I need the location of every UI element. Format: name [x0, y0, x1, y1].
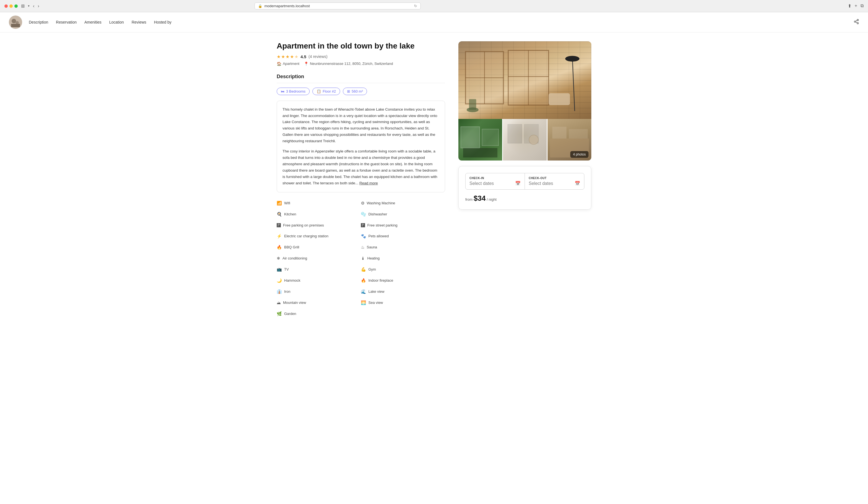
dishwasher-icon: 🫧: [361, 212, 366, 217]
tag-floor-label: Floor #2: [323, 89, 336, 93]
main-photo[interactable]: [458, 41, 591, 119]
amenity-washing-machine-label: Washing Machine: [367, 201, 395, 205]
svg-rect-20: [461, 127, 480, 148]
sea-view-icon: 🌅: [361, 300, 366, 305]
thumbnail-3[interactable]: 4 photos: [548, 119, 591, 161]
gym-icon: 💪: [361, 267, 366, 272]
thumbnail-2[interactable]: [503, 119, 547, 161]
amenity-lake-view-label: Lake view: [368, 290, 384, 294]
nav-link-location[interactable]: Location: [109, 20, 124, 24]
checkin-calendar-icon[interactable]: 📅: [515, 181, 521, 186]
property-address: 📍 Neunbrunnenstrasse 112, 8050, Zürich, …: [304, 62, 393, 66]
minimize-button[interactable]: [9, 4, 13, 8]
read-more-link[interactable]: Read more: [359, 181, 378, 185]
nav-link-hosted-by[interactable]: Hosted by: [154, 20, 172, 24]
tag-bedrooms: 🛏 3 Bedrooms: [277, 88, 310, 95]
nav-link-reviews[interactable]: Reviews: [132, 20, 146, 24]
nav-links: Description Reservation Amenities Locati…: [29, 20, 172, 24]
nav-link-reservation[interactable]: Reservation: [56, 20, 77, 24]
iron-icon: 👔: [277, 289, 282, 294]
amenity-heating-label: Heating: [367, 256, 380, 260]
maximize-button[interactable]: [14, 4, 18, 8]
hammock-icon: 🌙: [277, 278, 282, 283]
description-section-title: Description: [277, 74, 445, 83]
chevron-down-icon[interactable]: ▾: [28, 4, 30, 8]
photo-count-badge[interactable]: 4 photos: [570, 151, 589, 158]
svg-rect-3: [11, 24, 20, 27]
booking-card: CHECK-IN Select dates 📅 CHECK-OUT Select…: [458, 166, 591, 210]
kitchen-icon: 🍳: [277, 212, 282, 217]
thumb-2-decor: [503, 119, 547, 161]
url-text: modernapartments.localhost: [265, 4, 310, 8]
thumbnail-1[interactable]: [458, 119, 502, 161]
star-half: ★: [294, 54, 298, 59]
wifi-icon: 📶: [277, 201, 282, 206]
browser-actions: ⬆ + ⧉: [848, 3, 864, 9]
amenity-washing-machine: ⚙ Washing Machine: [361, 199, 445, 208]
checkout-calendar-icon[interactable]: 📅: [575, 181, 580, 186]
washing-machine-icon: ⚙: [361, 201, 364, 206]
amenity-free-parking: 🅿 Free parking on premises: [277, 221, 361, 229]
amenity-lake-view: 🌊 Lake view: [361, 288, 445, 296]
svg-rect-17: [549, 93, 570, 105]
tabs-icon[interactable]: ⧉: [860, 3, 864, 9]
svg-rect-27: [552, 127, 566, 139]
parking-icon: 🅿: [277, 223, 281, 228]
price-from-text: from: [465, 198, 473, 202]
svg-line-15: [572, 56, 575, 111]
photo-decoration: [458, 41, 591, 119]
sidebar-toggle-button[interactable]: ⊞: [21, 3, 25, 9]
nav-link-amenities[interactable]: Amenities: [84, 20, 101, 24]
meta-row: 🏠 Apartment 📍 Neunbrunnenstrasse 112, 80…: [277, 62, 445, 66]
checkin-placeholder: Select dates: [469, 181, 494, 186]
street-parking-icon: 🅿: [361, 223, 365, 228]
svg-rect-28: [569, 129, 588, 139]
amenities-grid: 📶 Wifi ⚙ Washing Machine 🍳 Kitchen 🫧 Dis…: [277, 199, 445, 318]
close-button[interactable]: [4, 4, 8, 8]
address-bar[interactable]: 🔒 modernapartments.localhost ↻: [255, 2, 421, 9]
checkout-field[interactable]: CHECK-OUT Select dates 📅: [525, 173, 584, 189]
back-button[interactable]: ‹: [33, 3, 34, 9]
amenity-air-conditioning-label: Air conditioning: [282, 256, 307, 260]
checkout-label: CHECK-OUT: [529, 177, 580, 180]
amenity-sauna-label: Sauna: [367, 245, 377, 249]
checkin-field[interactable]: CHECK-IN Select dates 📅: [466, 173, 525, 189]
svg-rect-21: [482, 129, 498, 146]
nav-link-description[interactable]: Description: [29, 20, 48, 24]
tag-size: ⊞ 560 m²: [343, 88, 367, 95]
forward-button[interactable]: ›: [38, 3, 39, 9]
svg-line-7: [856, 22, 857, 23]
amenity-hammock: 🌙 Hammock: [277, 276, 361, 285]
browser-chrome: ⊞ ▾ ‹ › 🔒 modernapartments.localhost ↻ ⬆…: [0, 0, 868, 12]
mountain-view-icon: ⛰: [277, 300, 281, 305]
navigation: Description Reservation Amenities Locati…: [0, 12, 868, 32]
rating-count: (4 reviews): [309, 54, 327, 59]
security-icon: 🔒: [258, 4, 262, 8]
property-type: 🏠 Apartment: [277, 62, 299, 66]
share-icon: [854, 19, 859, 24]
description-paragraph-2: The cosy interior in Appenzeller style o…: [282, 148, 439, 187]
lake-view-icon: 🌊: [361, 289, 366, 294]
description-box: This homely chalet in the town of Wienac…: [277, 101, 445, 192]
svg-point-25: [529, 135, 538, 144]
thumbnail-row: 4 photos: [458, 119, 591, 161]
checkout-placeholder: Select dates: [529, 181, 553, 186]
svg-rect-23: [508, 124, 522, 143]
amenity-wifi: 📶 Wifi: [277, 199, 361, 208]
amenity-gym: 💪 Gym: [361, 265, 445, 274]
right-column: 4 photos CHECK-IN Select dates 📅 CHECK-O…: [458, 41, 591, 318]
price-row: from $34 / night: [465, 194, 585, 203]
amenity-wifi-label: Wifi: [284, 201, 290, 205]
share-browser-icon[interactable]: ⬆: [848, 3, 851, 9]
reload-icon[interactable]: ↻: [414, 4, 417, 8]
amenity-dishwasher: 🫧 Dishwasher: [361, 210, 445, 219]
site-logo[interactable]: [9, 16, 22, 29]
photos-grid: 4 photos: [458, 41, 591, 161]
amenity-bbq-label: BBQ Grill: [284, 245, 299, 249]
amenity-dishwasher-label: Dishwasher: [368, 212, 387, 216]
amenity-kitchen: 🍳 Kitchen: [277, 210, 361, 219]
star-2: ★: [281, 54, 285, 59]
home-icon: 🏠: [277, 62, 281, 66]
share-button[interactable]: [854, 19, 859, 26]
new-tab-icon[interactable]: +: [855, 3, 857, 9]
